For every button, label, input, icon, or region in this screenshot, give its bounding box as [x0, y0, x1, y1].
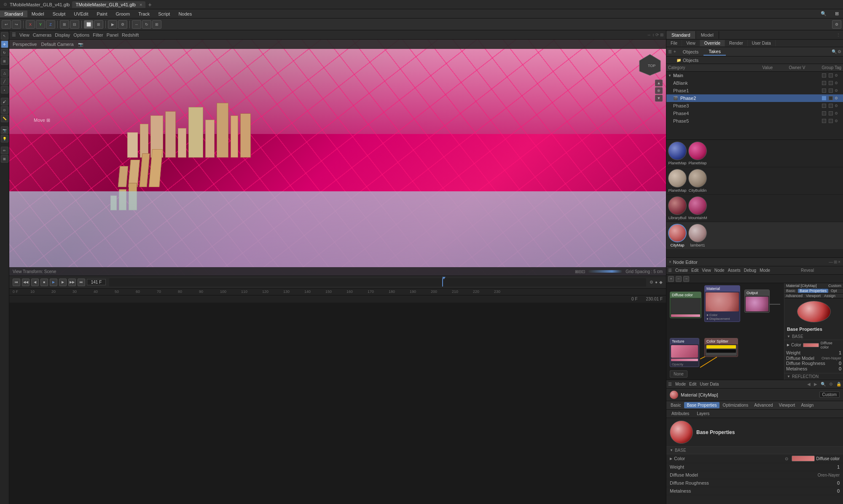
- y-axis-btn[interactable]: Y: [36, 20, 45, 29]
- paint-tool[interactable]: 🖌: [1, 98, 8, 105]
- rotate-tool-btn[interactable]: ↻: [142, 20, 151, 29]
- new-tab-button[interactable]: +: [148, 1, 151, 8]
- attr-menu-icon[interactable]: ☰: [668, 382, 672, 386]
- node-material[interactable]: Material ● Color ● Displacement: [704, 285, 740, 322]
- stop-btn[interactable]: ■: [40, 279, 48, 286]
- attr-menu-mode[interactable]: Mode: [675, 382, 686, 386]
- main-checkbox[interactable]: [822, 73, 826, 78]
- edge-tool[interactable]: ╱: [1, 78, 8, 85]
- viewport2-btn[interactable]: ⊞: [94, 20, 103, 29]
- move-tool[interactable]: ✛: [1, 40, 8, 48]
- vp-menu-filter[interactable]: Filter: [93, 32, 103, 38]
- grid-btn[interactable]: ⊟: [70, 20, 79, 29]
- bp-tab-viewport-top[interactable]: Viewport: [805, 294, 822, 298]
- override-tab[interactable]: Override: [700, 40, 725, 46]
- vp-menu-icon[interactable]: ☰: [12, 32, 16, 38]
- main-gear[interactable]: ⚙: [835, 73, 841, 78]
- phase4-checkbox2[interactable]: [829, 111, 833, 115]
- node-output[interactable]: Output: [744, 290, 770, 313]
- nav-cube[interactable]: TOP: [637, 52, 663, 78]
- takes-search[interactable]: 🔍: [832, 49, 837, 54]
- takes-row-ablank[interactable]: ABlank ⚙: [666, 79, 843, 87]
- attr-tab-basic[interactable]: Basic: [668, 402, 683, 408]
- scale-tool-btn[interactable]: ⊞: [152, 20, 161, 29]
- node-back-btn[interactable]: ←: [676, 276, 682, 282]
- mat-item-library[interactable]: LibraryBuil: [668, 196, 687, 220]
- node-canvas[interactable]: Diffuse color Material ● Color ● Displac…: [666, 283, 843, 380]
- phase3-checkbox[interactable]: [822, 104, 826, 108]
- menu-nodes[interactable]: Nodes: [174, 11, 196, 17]
- attr-nav-back[interactable]: ◀: [807, 382, 811, 386]
- menu-uvedit[interactable]: UVEdit: [70, 11, 92, 17]
- search-btn[interactable]: 🔍: [816, 10, 831, 17]
- snap-btn[interactable]: ⊞: [60, 20, 69, 29]
- record-icon[interactable]: ●: [655, 280, 658, 284]
- phase3-checkbox2[interactable]: [829, 104, 833, 108]
- takes-row-phase1[interactable]: Phase1 ⚙: [666, 87, 843, 94]
- node-editor-minimize[interactable]: —: [829, 260, 833, 264]
- phase5-checkbox2[interactable]: [829, 119, 833, 123]
- node-menu-icon[interactable]: ☰: [668, 268, 672, 273]
- rpanel-model-tab[interactable]: Model: [696, 31, 719, 39]
- vp-controls[interactable]: ↔ ↕ ⟳ ⊞: [647, 32, 663, 37]
- attr-lock[interactable]: 🔒: [836, 382, 841, 386]
- attr-custom-dropdown[interactable]: Custom: [819, 391, 840, 398]
- ablank-checkbox[interactable]: [822, 81, 826, 85]
- node-add-btn[interactable]: +: [668, 276, 674, 282]
- light-tool[interactable]: 💡: [1, 135, 8, 142]
- transform-btn[interactable]: ↔: [132, 20, 141, 29]
- bp-tab-basic-top[interactable]: Basic: [784, 289, 797, 293]
- mat-item-lambert1[interactable]: lambert1: [688, 224, 707, 247]
- ablank-checkbox2[interactable]: [829, 81, 833, 85]
- vp-menu-options[interactable]: Options: [73, 32, 89, 38]
- menu-standard[interactable]: Standard: [0, 11, 27, 17]
- bp-tab-base-props-top[interactable]: Base Properties: [798, 289, 828, 293]
- attr-nav-fwd[interactable]: ▶: [814, 382, 817, 386]
- view-tab[interactable]: View: [682, 40, 700, 46]
- phase2-gear[interactable]: ⚙: [835, 96, 841, 100]
- phase1-gear[interactable]: ⚙: [835, 88, 841, 93]
- ablank-gear[interactable]: ⚙: [835, 81, 841, 85]
- node-menu-mode[interactable]: Mode: [760, 268, 770, 273]
- panel-add-icon[interactable]: +: [674, 49, 676, 54]
- vp-menu-cameras[interactable]: Cameras: [33, 32, 52, 38]
- attr-tab-assign[interactable]: Assign: [798, 402, 816, 408]
- menu-model[interactable]: Model: [27, 11, 48, 17]
- bp-tab-advanced-top[interactable]: Advanced: [784, 294, 804, 298]
- nav-down[interactable]: ▼: [655, 95, 663, 102]
- menu-track[interactable]: Track: [134, 11, 154, 17]
- attr-tab-base-props[interactable]: Base Properties: [684, 402, 719, 408]
- vp-menu-display[interactable]: Display: [55, 32, 70, 38]
- attr-menu-userdata[interactable]: User Data: [700, 382, 719, 386]
- redo-btn[interactable]: ↪: [12, 20, 21, 29]
- bp-tab-opt-top[interactable]: Opt: [829, 289, 839, 293]
- takes-row-phase3[interactable]: Phase3 ⚙: [666, 102, 843, 110]
- mat-item-citymap[interactable]: CityMap: [668, 224, 687, 247]
- render-tab[interactable]: Render: [725, 40, 748, 46]
- node-diffuse-color[interactable]: Diffuse color: [670, 292, 701, 318]
- node-menu-edit[interactable]: Edit: [691, 268, 698, 273]
- phase5-checkbox[interactable]: [822, 119, 826, 123]
- custom-dropdown-top[interactable]: Custom: [828, 284, 841, 288]
- vp-menu-redshift[interactable]: Redshift: [122, 32, 139, 38]
- play-btn[interactable]: ▶: [50, 279, 57, 286]
- camera-tool[interactable]: 📷: [1, 126, 8, 134]
- mat-item-planetmap2[interactable]: PlanetMap: [688, 142, 707, 165]
- attr-tab-advanced[interactable]: Advanced: [752, 402, 775, 408]
- panel-menu-icon[interactable]: ☰: [668, 49, 672, 54]
- phase1-checkbox2[interactable]: [829, 88, 833, 93]
- viewport-btn[interactable]: ⬜: [84, 20, 93, 29]
- active-tab[interactable]: TMobileMaster_GLB_v41.glb ×: [72, 1, 145, 8]
- objects-tab[interactable]: Objects: [678, 48, 703, 55]
- rotate-tool[interactable]: ↻: [1, 49, 8, 56]
- takes-options[interactable]: ⚙: [838, 49, 841, 54]
- node-menu-create[interactable]: Create: [675, 268, 688, 273]
- menu-sculpt[interactable]: Sculpt: [48, 11, 70, 17]
- rpanel-options[interactable]: ⋮: [834, 32, 843, 38]
- brush-tool[interactable]: ✏: [1, 147, 8, 154]
- timeline-scrubber[interactable]: [109, 278, 646, 287]
- measure-tool[interactable]: 📏: [1, 115, 8, 122]
- nav-up[interactable]: ▲: [655, 80, 663, 86]
- attr-options[interactable]: ⚙: [829, 382, 833, 386]
- phase4-gear[interactable]: ⚙: [835, 111, 841, 115]
